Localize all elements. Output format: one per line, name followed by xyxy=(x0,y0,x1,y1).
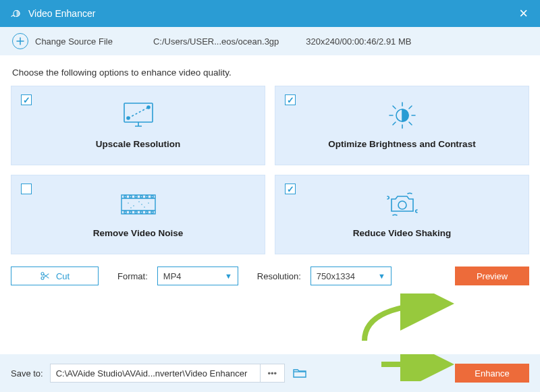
cut-label: Cut xyxy=(56,271,70,281)
save-path: C:\AVAide Studio\AVAid...nverter\Video E… xyxy=(51,368,260,379)
option-brightness-contrast[interactable]: Optimize Brightness and Contrast xyxy=(275,86,529,165)
format-select[interactable]: MP4 ▼ xyxy=(157,267,238,285)
svg-point-3 xyxy=(147,106,150,109)
svg-point-25 xyxy=(398,201,406,209)
options-grid: Upscale Resolution Optimize Brightness a… xyxy=(0,86,540,254)
cut-button[interactable]: Cut xyxy=(11,267,99,285)
option-reduce-shaking[interactable]: Reduce Video Shaking xyxy=(275,175,529,254)
svg-point-21 xyxy=(144,206,145,208)
checkbox-noise[interactable] xyxy=(21,184,32,194)
filmstrip-icon xyxy=(119,185,158,224)
svg-point-18 xyxy=(128,202,129,204)
folder-icon xyxy=(293,368,306,379)
camera-shake-icon xyxy=(383,185,421,224)
resolution-label: Resolution: xyxy=(257,271,301,281)
format-value: MP4 xyxy=(163,271,182,281)
svg-rect-15 xyxy=(140,211,142,213)
change-source-link[interactable]: Change Source File xyxy=(35,36,113,47)
format-label: Format: xyxy=(117,271,148,281)
option-label: Optimize Brightness and Contrast xyxy=(328,139,475,149)
chevron-down-icon: ▼ xyxy=(378,272,385,280)
svg-rect-16 xyxy=(146,211,148,213)
sun-icon xyxy=(385,96,419,135)
option-label: Reduce Video Shaking xyxy=(353,228,451,238)
source-path: C:/Users/USER...eos/ocean.3gp xyxy=(153,36,279,47)
svg-rect-7 xyxy=(130,196,132,198)
resolution-select[interactable]: 750x1334 ▼ xyxy=(310,267,392,285)
option-upscale-resolution[interactable]: Upscale Resolution xyxy=(11,86,265,165)
monitor-icon xyxy=(120,96,157,135)
svg-point-23 xyxy=(130,207,132,208)
titlebar: Video Enhancer × xyxy=(0,0,540,27)
svg-point-20 xyxy=(138,201,140,202)
option-label: Remove Video Noise xyxy=(93,228,183,238)
svg-rect-8 xyxy=(135,196,137,198)
open-folder-button[interactable] xyxy=(292,365,308,381)
checkbox-shaking[interactable] xyxy=(285,184,296,194)
window-title: Video Enhancer xyxy=(28,8,516,19)
option-remove-noise[interactable]: Remove Video Noise xyxy=(11,175,265,254)
instructions-text: Choose the following options to enhance … xyxy=(0,55,540,86)
svg-rect-9 xyxy=(140,196,142,198)
save-to-label: Save to: xyxy=(11,368,43,379)
app-icon xyxy=(9,7,22,20)
browse-button[interactable]: ••• xyxy=(260,364,284,382)
scissors-icon xyxy=(40,271,51,281)
svg-rect-10 xyxy=(146,196,148,198)
svg-rect-12 xyxy=(124,211,126,213)
close-icon[interactable]: × xyxy=(516,5,531,22)
svg-point-22 xyxy=(148,202,149,204)
enhance-button[interactable]: Enhance xyxy=(455,364,529,383)
checkbox-upscale[interactable] xyxy=(21,94,32,105)
svg-point-2 xyxy=(127,117,130,119)
source-bar: Change Source File C:/Users/USER...eos/o… xyxy=(0,27,540,55)
save-path-box: C:\AVAide Studio\AVAid...nverter\Video E… xyxy=(50,364,285,383)
option-label: Upscale Resolution xyxy=(96,139,180,149)
add-source-button[interactable] xyxy=(12,33,28,49)
footer-bar: Save to: C:\AVAide Studio\AVAid...nverte… xyxy=(0,354,540,392)
svg-rect-17 xyxy=(151,211,153,213)
controls-row: Cut Format: MP4 ▼ Resolution: 750x1334 ▼… xyxy=(0,254,540,285)
checkbox-brightness[interactable] xyxy=(285,94,296,105)
resolution-value: 750x1334 xyxy=(317,271,355,281)
svg-rect-13 xyxy=(130,211,132,213)
svg-point-19 xyxy=(133,205,134,206)
chevron-down-icon: ▼ xyxy=(225,272,232,280)
svg-point-24 xyxy=(141,204,142,205)
source-meta: 320x240/00:00:46/2.91 MB xyxy=(306,36,411,47)
svg-rect-6 xyxy=(124,196,126,198)
preview-button[interactable]: Preview xyxy=(455,267,529,285)
svg-rect-11 xyxy=(151,196,153,198)
svg-rect-14 xyxy=(135,211,137,213)
